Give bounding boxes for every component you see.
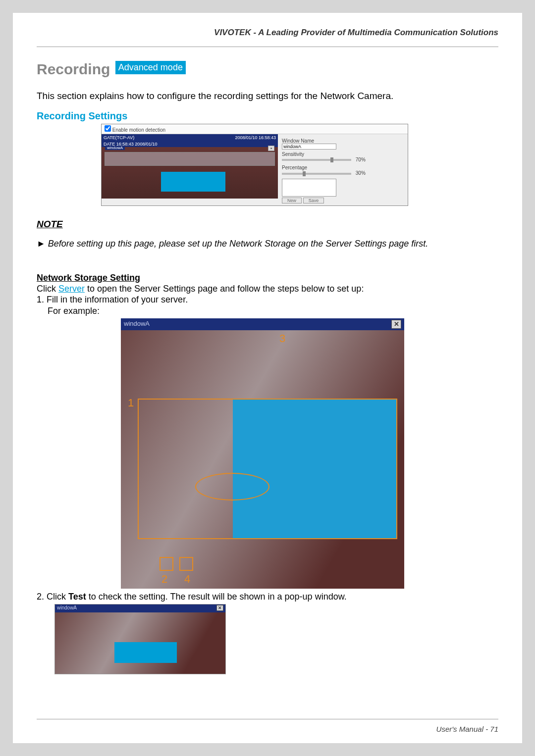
nss-line1a: Click: [37, 284, 58, 294]
preview-overlay: [161, 172, 225, 192]
close-icon[interactable]: ✕: [391, 320, 401, 329]
enable-motion-row: Enable motion detection: [102, 124, 408, 134]
windowa-small-screenshot: windowA ✕: [54, 604, 226, 674]
windowname-label: Window Name: [282, 138, 404, 144]
preview-window-title: windowA: [105, 146, 125, 150]
preview-pane: GATE(TCP-AV) 2008/01/10 16:58:43 DATE 16…: [102, 134, 278, 199]
step2-text: 2. Click Test to check the setting. The …: [37, 592, 498, 602]
network-storage-heading: Network Storage Setting: [37, 273, 498, 283]
sensitivity-slider[interactable]: [282, 159, 351, 161]
step2-a: 2. Click: [37, 592, 68, 602]
note-heading: NOTE: [37, 219, 498, 230]
preview-bar-right: 2008/01/10 16:58:43: [235, 135, 276, 140]
motion-detection-screenshot: Enable motion detection GATE(TCP-AV) 200…: [101, 124, 408, 206]
recording-settings-heading: Recording Settings: [37, 110, 498, 122]
annotation-2: 2: [161, 573, 167, 586]
annotation-box-2: [160, 557, 173, 571]
step2-c: to check the setting. The result will be…: [86, 592, 347, 602]
preview-bar2: DATE 16:58:43 2008/01/10: [102, 141, 278, 147]
intro-text: This section explains how to configure t…: [37, 91, 498, 101]
new-button[interactable]: New: [282, 198, 302, 203]
page-footer: User's Manual - 71: [436, 725, 498, 733]
preview-bar-left: GATE(TCP-AV): [104, 135, 134, 140]
divider-top: [37, 47, 498, 47]
annotation-3: 3: [279, 332, 285, 345]
enable-motion-label: Enable motion detection: [112, 127, 165, 133]
nss-step1: 1. Fill in the information of your serve…: [37, 295, 188, 304]
annotation-rect: [138, 399, 397, 539]
preview-window-close-icon[interactable]: ×: [268, 146, 274, 151]
windowa-large-screenshot: windowA ✕ 1 2 3 4: [121, 318, 404, 589]
sensitivity-value: 70%: [356, 157, 366, 162]
percentage-label: Percentage: [282, 165, 404, 170]
save-button[interactable]: Save: [303, 198, 324, 203]
for-example-label: For example:: [48, 306, 100, 316]
annotation-box-4: [179, 557, 193, 571]
note-body: ► Before setting up this page, please se…: [37, 239, 498, 249]
settings-side-panel: Window Name Sensitivity 70% Percentage 3…: [278, 134, 408, 205]
windowa-titlebar: windowA: [121, 318, 404, 330]
sensitivity-label: Sensitivity: [282, 151, 404, 157]
server-link[interactable]: Server: [58, 284, 85, 294]
annotation-1: 1: [128, 397, 134, 409]
percentage-value: 30%: [356, 170, 366, 176]
preview-window[interactable]: windowA ×: [105, 152, 275, 166]
section-title: Recording: [37, 61, 110, 78]
enable-motion-checkbox[interactable]: [105, 125, 111, 132]
percentage-slider[interactable]: [282, 173, 351, 175]
windowname-input[interactable]: [282, 144, 336, 150]
nss-body: Click Server to open the Server Settings…: [37, 283, 498, 317]
divider-bottom: [37, 719, 498, 719]
annotation-4: 4: [184, 573, 190, 586]
preview-titlebar: GATE(TCP-AV) 2008/01/10 16:58:43: [102, 134, 278, 141]
nss-line1b: to open the Server Settings page and fol…: [85, 284, 364, 294]
annotation-ellipse: [195, 473, 269, 501]
page-header: VIVOTEK - A Leading Provider of Multimed…: [37, 28, 498, 38]
title-row: Recording Advanced mode: [37, 61, 498, 78]
window-list[interactable]: [282, 179, 336, 197]
windowa-small-titlebar: windowA: [55, 605, 225, 612]
advanced-mode-badge: Advanced mode: [115, 61, 186, 74]
small-overlay: [114, 642, 177, 663]
step2-test: Test: [68, 592, 86, 602]
small-close-icon[interactable]: ✕: [216, 605, 223, 611]
